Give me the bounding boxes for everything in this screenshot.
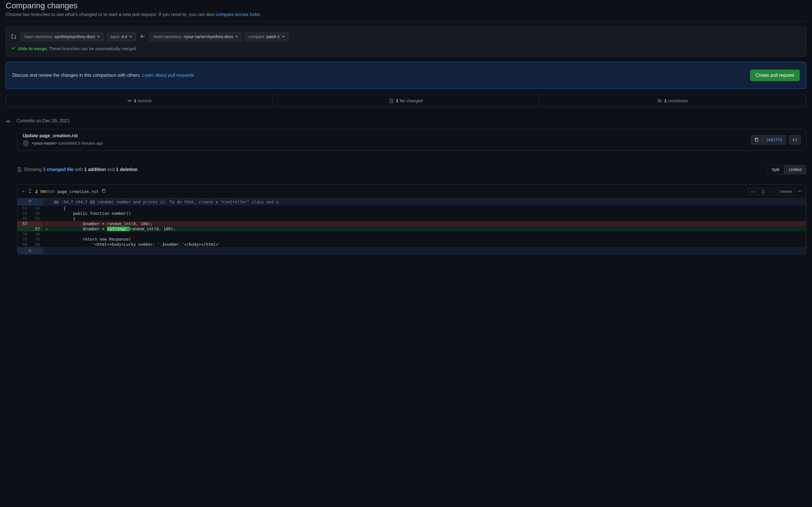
old-line-num[interactable]: 56 xyxy=(17,216,30,221)
commits-date: Commits on Dec 29, 2021 xyxy=(17,118,70,123)
collapse-icon[interactable] xyxy=(21,189,25,194)
commit-card: Update page_creation.rst <your-name> com… xyxy=(17,129,806,151)
code-cell: public function number() xyxy=(51,211,806,216)
compare-label: compare: xyxy=(249,35,265,39)
contributor-count: 1 xyxy=(664,98,666,103)
diff-row: 5959 return new Response( xyxy=(17,237,806,242)
new-line-num[interactable]: 54 xyxy=(30,206,43,211)
diff-row: 57- $number = random_int(0, 100); xyxy=(17,221,806,226)
diff-stat-blocks xyxy=(40,190,54,193)
page-subtitle: Choose two branches to see what's change… xyxy=(6,12,806,17)
diff-marker xyxy=(43,211,51,216)
new-line-num[interactable]: 55 xyxy=(30,211,43,216)
commit-meta: committed 3 minutes ago xyxy=(57,141,103,146)
divider xyxy=(6,21,806,21)
stat-commits[interactable]: 1 commit xyxy=(6,95,272,107)
diff-filename[interactable]: page_creation.rst xyxy=(57,189,98,194)
new-line-num[interactable]: 59 xyxy=(30,237,43,242)
svg-point-6 xyxy=(799,191,800,191)
diff-marker: - xyxy=(43,221,51,226)
caret-icon xyxy=(97,36,100,37)
caret-icon xyxy=(282,36,284,37)
file-label: file changed xyxy=(398,98,423,103)
stats-row: 1 commit 1 file changed 1 contributor xyxy=(6,95,806,107)
head-repo-value: <your-name>/symfony-docs xyxy=(183,35,233,39)
subtitle-suffix: . xyxy=(260,12,261,17)
old-line-num[interactable]: 59 xyxy=(17,237,30,242)
expand-down-button[interactable] xyxy=(17,247,43,254)
commit-author[interactable]: <your-name> xyxy=(32,141,57,146)
rich-view-button[interactable] xyxy=(758,188,768,195)
compare-forks-link[interactable]: compare across forks xyxy=(216,12,260,17)
source-view-button[interactable] xyxy=(748,188,758,195)
contributor-label: contributor xyxy=(667,98,688,103)
viewed-checkbox xyxy=(774,190,778,193)
new-line-num[interactable]: 58 xyxy=(30,231,43,237)
commit-sha-button[interactable]: 1881f75 xyxy=(762,135,786,145)
merge-status: Able to merge. These branches can be aut… xyxy=(11,46,801,51)
merge-rest-text: These branches can be automatically merg… xyxy=(48,46,137,51)
viewed-toggle[interactable]: Viewed xyxy=(771,188,795,195)
avatar[interactable] xyxy=(22,140,29,147)
svg-rect-3 xyxy=(756,138,758,141)
old-line-num[interactable]: 54 xyxy=(17,206,30,211)
browse-code-button[interactable] xyxy=(789,135,801,145)
head-repo-label: head repository: xyxy=(154,35,182,39)
old-line-num[interactable]: 55 xyxy=(17,211,30,216)
compare-box: base repository: symfony/symfony-docs ba… xyxy=(6,26,806,57)
summary-and: and xyxy=(106,167,116,172)
learn-pr-link[interactable]: Learn about pull requests xyxy=(143,73,194,77)
unified-view-button[interactable]: Unified xyxy=(784,165,806,174)
diff-container: 2 page_creation.rst xyxy=(17,184,806,255)
expand-all-icon[interactable] xyxy=(28,189,33,194)
base-repo-label: base repository: xyxy=(24,35,53,39)
code-cell: { xyxy=(51,206,806,211)
create-pr-button[interactable]: Create pull request xyxy=(750,70,800,81)
subtitle-text: Choose two branches to see what's change… xyxy=(6,12,216,17)
summary-addition: 1 addition xyxy=(84,167,106,172)
diff-row: 5656 { xyxy=(17,216,806,221)
arrow-left-icon xyxy=(139,34,147,40)
check-icon xyxy=(11,46,16,51)
compare-value: patch-1 xyxy=(266,35,280,39)
summary-deletion: 1 deletion xyxy=(116,167,138,172)
diff-marker xyxy=(43,231,51,237)
copy-sha-button[interactable] xyxy=(751,135,762,145)
old-line-num[interactable]: 57 xyxy=(17,221,30,226)
file-menu-icon[interactable] xyxy=(797,189,802,194)
new-line-num[interactable]: 56 xyxy=(30,216,43,221)
compare-branch-dropdown[interactable]: compare: patch-1 xyxy=(245,32,289,41)
review-box: Discuss and review the changes in this c… xyxy=(6,62,806,89)
expand-up-button[interactable] xyxy=(17,199,43,206)
old-line-num[interactable] xyxy=(17,226,30,231)
base-label: base: xyxy=(111,35,120,39)
commit-label: commit xyxy=(137,98,152,103)
diff-marker xyxy=(43,216,51,221)
code-cell xyxy=(51,231,806,237)
commit-title[interactable]: Update page_creation.rst xyxy=(22,133,103,138)
git-compare-icon xyxy=(11,34,16,40)
new-line-num[interactable] xyxy=(30,221,43,226)
new-line-num[interactable]: 60 xyxy=(30,242,43,247)
caret-icon xyxy=(235,36,238,37)
diff-row: 5454 { xyxy=(17,206,806,211)
base-branch-dropdown[interactable]: base: 4.4 xyxy=(106,32,136,41)
change-count: 2 xyxy=(35,189,38,194)
head-repo-dropdown[interactable]: head repository: <your-name>/symfony-doc… xyxy=(149,32,242,41)
commit-timeline-icon xyxy=(6,119,11,125)
new-line-num[interactable]: 57 xyxy=(30,226,43,231)
stat-files[interactable]: 1 file changed xyxy=(272,95,539,107)
diff-marker xyxy=(43,206,51,211)
copy-path-icon[interactable] xyxy=(101,189,106,194)
diff-summary: Showing 1 changed file with 1 addition a… xyxy=(17,167,139,172)
stat-contributors[interactable]: 1 contributor xyxy=(539,95,806,107)
diff-row: 5858 xyxy=(17,231,806,237)
svg-point-2 xyxy=(7,121,9,123)
split-view-button[interactable]: Split xyxy=(767,165,784,174)
old-line-num[interactable]: 60 xyxy=(17,242,30,247)
changed-file-link[interactable]: 1 changed file xyxy=(43,167,74,172)
old-line-num[interactable]: 58 xyxy=(17,231,30,237)
diff-row: 5555 public function number() xyxy=(17,211,806,216)
code-cell: $number = random_int(0, 100); xyxy=(51,221,806,226)
base-repo-dropdown[interactable]: base repository: symfony/symfony-docs xyxy=(20,32,104,41)
